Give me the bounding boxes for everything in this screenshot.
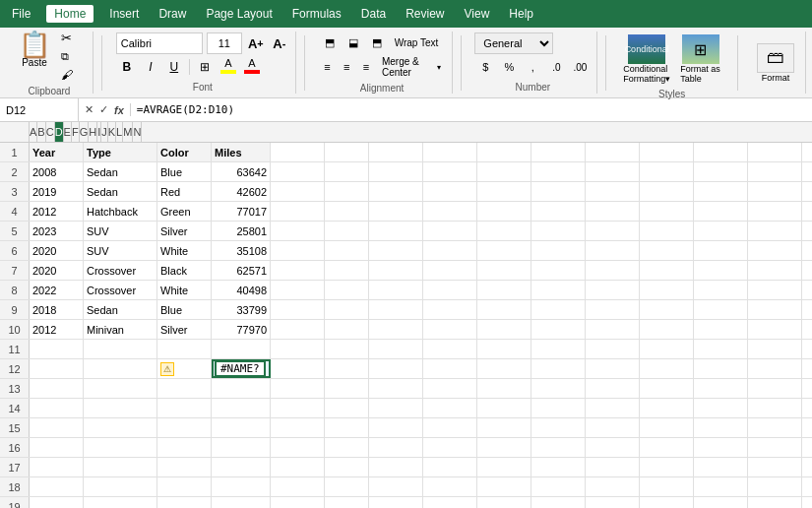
cell-a8[interactable]: 2022: [30, 281, 84, 299]
cell-d16[interactable]: [212, 438, 271, 457]
cell-b19[interactable]: [84, 497, 157, 508]
highlight-color-button[interactable]: A: [218, 56, 239, 78]
cell-b8[interactable]: Crossover: [84, 281, 157, 299]
cell-j9[interactable]: [531, 300, 586, 319]
cell-n8[interactable]: [748, 281, 802, 299]
cell-i17[interactable]: [477, 458, 531, 476]
cell-n5[interactable]: [748, 222, 802, 240]
cell-d1[interactable]: Miles: [212, 143, 271, 161]
cell-j15[interactable]: [531, 418, 586, 437]
cell-c12[interactable]: ⚠: [157, 359, 212, 378]
cell-b14[interactable]: [84, 399, 157, 417]
row-num-15[interactable]: 15: [0, 418, 30, 437]
cell-a14[interactable]: [30, 399, 84, 417]
cell-m8[interactable]: [694, 281, 748, 299]
cell-a2[interactable]: 2008: [30, 162, 84, 181]
cell-f16[interactable]: [325, 438, 369, 457]
cell-n9[interactable]: [748, 300, 802, 319]
cell-i3[interactable]: [477, 182, 531, 201]
cell-h18[interactable]: [423, 477, 477, 496]
cell-d2[interactable]: 63642: [212, 162, 271, 181]
cell-m15[interactable]: [694, 418, 748, 437]
cell-h12[interactable]: [423, 359, 477, 378]
cell-f8[interactable]: [325, 281, 369, 299]
cell-d4[interactable]: 77017: [212, 202, 271, 221]
menu-help[interactable]: Help: [505, 5, 537, 23]
cell-l8[interactable]: [640, 281, 694, 299]
align-center-button[interactable]: ≡: [338, 56, 355, 78]
cell-n16[interactable]: [748, 438, 802, 457]
menu-draw[interactable]: Draw: [155, 5, 190, 23]
comma-button[interactable]: ,: [522, 56, 543, 78]
cell-h10[interactable]: [423, 320, 477, 339]
col-header-k[interactable]: K: [108, 122, 116, 142]
cell-n15[interactable]: [748, 418, 802, 437]
cell-g13[interactable]: [369, 379, 423, 398]
cell-e1[interactable]: [271, 143, 325, 161]
cell-f9[interactable]: [325, 300, 369, 319]
cell-n11[interactable]: [748, 340, 802, 358]
cell-n13[interactable]: [748, 379, 802, 398]
align-left-button[interactable]: ≡: [319, 56, 337, 78]
cell-e8[interactable]: [271, 281, 325, 299]
cell-m16[interactable]: [694, 438, 748, 457]
cell-b16[interactable]: [84, 438, 157, 457]
cell-j10[interactable]: [531, 320, 586, 339]
cell-b9[interactable]: Sedan: [84, 300, 157, 319]
cell-c17[interactable]: [157, 458, 212, 476]
cell-f1[interactable]: [325, 143, 369, 161]
cell-l16[interactable]: [640, 438, 694, 457]
cell-l10[interactable]: [640, 320, 694, 339]
cell-d8[interactable]: 40498: [212, 281, 271, 299]
cell-l1[interactable]: [640, 143, 694, 161]
cell-i19[interactable]: [477, 497, 531, 508]
italic-button[interactable]: I: [140, 56, 161, 78]
cell-b2[interactable]: Sedan: [84, 162, 157, 181]
cell-j19[interactable]: [531, 497, 586, 508]
menu-review[interactable]: Review: [402, 5, 448, 23]
cell-c13[interactable]: [157, 379, 212, 398]
cell-j3[interactable]: [531, 182, 586, 201]
cell-f18[interactable]: [325, 477, 369, 496]
cell-a16[interactable]: [30, 438, 84, 457]
bold-button[interactable]: B: [116, 56, 138, 78]
cell-i18[interactable]: [477, 477, 531, 496]
cell-e17[interactable]: [271, 458, 325, 476]
cell-n2[interactable]: [748, 162, 802, 181]
cell-c5[interactable]: Silver: [157, 222, 212, 240]
cell-c11[interactable]: [157, 340, 212, 358]
name-box[interactable]: D12: [0, 98, 79, 121]
cell-e12[interactable]: [271, 359, 325, 378]
cell-h2[interactable]: [423, 162, 477, 181]
cell-a11[interactable]: [30, 340, 84, 358]
cell-i16[interactable]: [477, 438, 531, 457]
cell-n1[interactable]: [748, 143, 802, 161]
cell-c6[interactable]: White: [157, 241, 212, 260]
cell-a19[interactable]: [30, 497, 84, 508]
cell-d17[interactable]: [212, 458, 271, 476]
menu-data[interactable]: Data: [357, 5, 390, 23]
cell-b11[interactable]: [84, 340, 157, 358]
row-num-7[interactable]: 7: [0, 261, 30, 280]
cell-n14[interactable]: [748, 399, 802, 417]
cell-a15[interactable]: [30, 418, 84, 437]
copy-button[interactable]: ⧉: [57, 47, 85, 65]
cell-m5[interactable]: [694, 222, 748, 240]
row-num-6[interactable]: 6: [0, 241, 30, 260]
cell-g3[interactable]: [369, 182, 423, 201]
cell-e4[interactable]: [271, 202, 325, 221]
menu-file[interactable]: File: [8, 5, 34, 23]
cell-h8[interactable]: [423, 281, 477, 299]
cell-j14[interactable]: [531, 399, 586, 417]
cell-h5[interactable]: [423, 222, 477, 240]
cell-c2[interactable]: Blue: [157, 162, 212, 181]
cell-g2[interactable]: [369, 162, 423, 181]
cell-c4[interactable]: Green: [157, 202, 212, 221]
cell-i15[interactable]: [477, 418, 531, 437]
cell-c16[interactable]: [157, 438, 212, 457]
col-header-d[interactable]: D: [55, 122, 64, 142]
cell-g8[interactable]: [369, 281, 423, 299]
cell-m11[interactable]: [694, 340, 748, 358]
cell-f10[interactable]: [325, 320, 369, 339]
cell-c19[interactable]: [157, 497, 212, 508]
